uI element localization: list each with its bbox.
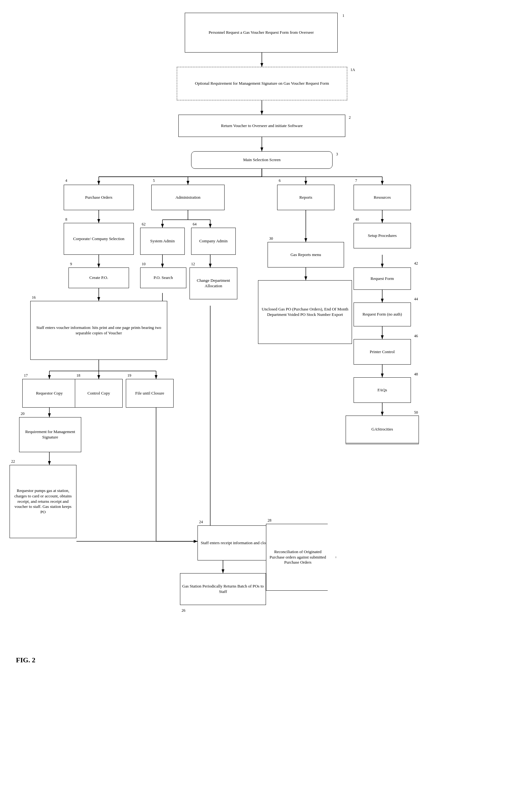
box-26-label: Gas Station Periodically Returns Batch o… [182,584,264,594]
box-18: Control Copy [75,379,122,408]
box-44: Request Form (no auth) [354,303,411,326]
box-30-label: Gas Reports menu [291,252,321,258]
box-26: Gas Station Periodically Returns Batch o… [180,573,266,605]
node-num-16: 16 [32,295,36,300]
fig-label: FIG. 2 [16,656,35,664]
box-50: GAStrocities [346,416,419,444]
box-42-label: Request Form [371,276,394,282]
box-28: Reconciliation of Originated Purchase or… [266,524,336,591]
node-num-4: 4 [65,178,67,183]
box-46-label: Printer Control [370,349,395,355]
box-9: Create P.O. [68,268,129,288]
box-19-label: File until Closure [135,391,164,396]
box-50-label: GAStrocities [372,427,393,432]
box-44-label: Request Form (no auth) [362,312,402,317]
box-22-label: Requestor pumps gas at station, charges … [12,488,74,515]
box-48-label: FAQs [377,388,387,393]
box-7-label: Resources [374,195,391,200]
node-num-30: 30 [269,236,273,241]
box-62: System Admin [140,228,185,255]
node-num-12: 12 [191,262,195,267]
box-16-label: Staff enters voucher information: hits p… [32,325,165,336]
box-32-label: Unclosed Gas PO (Purchase Orders), End O… [260,307,350,318]
box-48: FAQs [354,377,411,403]
node-num-18: 18 [77,373,80,378]
box-46: Printer Control [354,339,411,365]
box-1a: Optional Requirement for Management Sign… [177,67,347,100]
node-num-24: 24 [199,520,203,524]
box-17: Requestor Copy [22,379,77,408]
node-num-62: 62 [142,222,146,227]
node-num-64: 64 [193,222,197,227]
node-num-2: 2 [349,115,351,120]
box-40-label: Setup Procedures [368,233,397,238]
box-8: Corporate/ Company Selection [64,223,134,255]
box-6-label: Reports [299,195,312,200]
box-4: Purchase Orders [64,185,134,210]
node-num-40: 40 [355,217,359,222]
box-5: Administration [151,185,225,210]
node-num-17: 17 [24,373,28,378]
box-2-label: Return Voucher to Overseer and initiate … [221,123,303,129]
box-17-label: Requestor Copy [36,391,63,396]
box-7: Resources [354,185,411,210]
box-9-label: Create P.O. [89,275,108,281]
node-num-50: 50 [414,410,418,415]
diagram-container: Personnel Request a Gas Voucher Request … [0,0,524,812]
box-3: Main Selection Screen [191,151,332,169]
node-num-7: 7 [355,178,357,183]
box-1: Personnel Request a Gas Voucher Request … [185,13,338,53]
box-28-label: Reconciliation of Originated Purchase or… [268,549,334,565]
node-num-3: 3 [336,152,338,157]
box-64-label: Company Admin [199,238,227,244]
box-4-label: Purchase Orders [85,195,112,200]
node-num-9: 9 [70,262,72,267]
box-24-label: Staff enters receipt information and clo… [201,540,277,546]
node-num-48: 48 [414,372,418,377]
box-18-label: Control Copy [87,391,110,396]
node-num-6: 6 [279,178,281,183]
node-num-22: 22 [11,459,15,464]
box-6: Reports [277,185,334,210]
box-10: P.O. Search [140,268,186,288]
box-1-label: Personnel Request a Gas Voucher Request … [209,30,314,35]
box-22: Requestor pumps gas at station, charges … [10,465,77,538]
node-num-8: 8 [65,217,67,222]
node-num-28: 28 [267,518,272,523]
box-19: File until Closure [126,379,174,408]
box-12-label: Change Department Allocation [192,278,235,289]
box-12: Change Department Allocation [190,268,237,299]
box-62-label: System Admin [150,238,175,244]
box-42: Request Form [354,268,411,290]
box-20: Requirement for Management Signature [19,417,81,452]
box-3-label: Main Selection Screen [243,157,281,163]
node-num-1a: 1A [350,68,355,72]
node-num-10: 10 [142,262,146,267]
node-num-5: 5 [153,178,155,183]
box-64: Company Admin [191,228,236,255]
node-num-46: 46 [414,334,418,338]
box-40: Setup Procedures [354,223,411,248]
box-8-label: Corporate/ Company Selection [73,236,124,242]
node-num-26: 26 [182,608,185,613]
box-32: Unclosed Gas PO (Purchase Orders), End O… [258,280,352,344]
box-5-label: Administration [176,195,201,200]
node-num-1: 1 [342,13,344,18]
node-num-20: 20 [21,411,24,416]
node-num-44: 44 [414,297,418,302]
box-20-label: Requirement for Management Signature [21,429,79,440]
box-2: Return Voucher to Overseer and initiate … [178,115,345,137]
node-num-19: 19 [127,373,131,378]
box-30: Gas Reports menu [267,242,344,268]
box-10-label: P.O. Search [153,275,173,281]
box-16: Staff enters voucher information: hits p… [30,301,167,360]
node-num-42: 42 [414,261,418,266]
box-1a-label: Optional Requirement for Management Sign… [195,81,329,86]
